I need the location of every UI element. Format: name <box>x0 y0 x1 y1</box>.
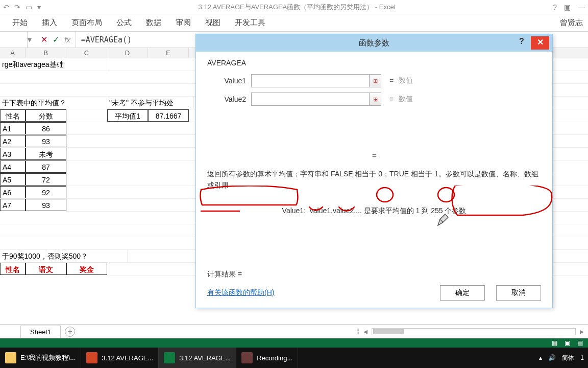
help-icon[interactable]: ? <box>553 3 557 11</box>
cell[interactable]: A4 <box>0 160 26 173</box>
view-normal-icon[interactable]: ▦ <box>552 339 557 347</box>
view-pagebreak-icon[interactable]: ▤ <box>577 339 583 347</box>
arg2-input[interactable] <box>251 93 370 106</box>
dialog-title: 函数参数 <box>359 38 389 48</box>
cancel-icon[interactable]: ✕ <box>41 35 47 44</box>
col-a[interactable]: A <box>0 48 26 58</box>
cell[interactable]: 92 <box>26 186 66 198</box>
powerpoint-icon <box>86 352 97 363</box>
sheet-tab[interactable]: Sheet1 <box>20 326 61 338</box>
col-c[interactable]: C <box>66 48 107 58</box>
arg1-label: Value1 <box>207 77 251 85</box>
taskbar-item-excel[interactable]: 3.12 AVERAGE... <box>159 348 236 368</box>
ime-language[interactable]: 简体 <box>562 354 574 362</box>
arg1-refpicker-icon[interactable] <box>369 74 381 87</box>
scroll-left-icon[interactable]: ◂ <box>363 327 368 336</box>
arg2-preview: 数值 <box>399 95 413 104</box>
cell-text[interactable]: 于下表中的平均值？ <box>0 97 107 109</box>
function-arguments-dialog: 函数参数 ? ✕ AVERAGEA Value1 = 数值 Value2 = 数… <box>195 34 553 308</box>
redo-icon[interactable]: ↷ <box>14 3 20 11</box>
tab-review[interactable]: 审阅 <box>168 15 198 31</box>
th[interactable]: 性名 <box>0 109 26 122</box>
cell[interactable]: A2 <box>0 135 26 147</box>
add-sheet-icon[interactable]: + <box>65 327 75 337</box>
col-b[interactable]: B <box>26 48 66 58</box>
tab-data[interactable]: 数据 <box>139 15 168 31</box>
quick-access-toolbar: ↶ ↷ ▭ ▾ <box>3 3 41 11</box>
user-name[interactable]: 曾贤志 <box>560 18 583 28</box>
col-e[interactable]: E <box>148 48 189 58</box>
cell[interactable]: 93 <box>26 135 66 147</box>
enter-icon[interactable]: ✓ <box>53 35 59 44</box>
volume-icon[interactable]: 🔊 <box>548 354 556 361</box>
namebox-dropdown-icon[interactable]: ▾ <box>28 35 36 44</box>
formula-buttons: ✕ ✓ fx <box>36 32 76 48</box>
function-help-link[interactable]: 有关该函数的帮助(H) <box>207 288 274 297</box>
cell[interactable]: 87 <box>26 160 66 173</box>
clock-time[interactable]: 1 <box>580 354 584 361</box>
arg1-preview: 数值 <box>399 76 413 85</box>
cell-text[interactable]: rge和averagea基础 <box>0 58 107 71</box>
tab-pagelayout[interactable]: 页面布局 <box>64 15 109 31</box>
undo-icon[interactable]: ↶ <box>3 3 9 11</box>
window-title: 3.12 AVERAGE与AVERAGEA函数（平均函数的另类用法） - Exc… <box>41 3 553 12</box>
excel-icon <box>164 352 175 363</box>
th[interactable]: 奖金 <box>66 263 107 275</box>
fx-icon[interactable]: fx <box>64 35 70 44</box>
function-description: 返回所有参数的算术平均值；字符串和 FALSE 相当于 0；TRUE 相当于 1… <box>207 168 541 191</box>
tab-home[interactable]: 开始 <box>5 15 35 31</box>
tab-formulas[interactable]: 公式 <box>109 15 139 31</box>
value1-hint: Value1: value1,value2,... 是要求平均值的 1 到 25… <box>207 206 541 216</box>
th[interactable]: 分数 <box>26 109 66 122</box>
status-bar: ▦ ▣ ▤ <box>0 338 588 348</box>
horizontal-scrollbar[interactable] <box>372 328 576 335</box>
new-file-icon[interactable]: ▭ <box>26 3 32 11</box>
cell-text[interactable]: 于90奖1000，否则奖500？ <box>0 250 128 262</box>
taskbar-item-recorder[interactable]: Recording... <box>236 348 298 368</box>
taskbar-item-powerpoint[interactable]: 3.12 AVERAGE... <box>81 348 159 368</box>
arg2-refpicker-icon[interactable] <box>369 93 381 106</box>
cell[interactable]: 86 <box>26 122 66 134</box>
arg1-input[interactable] <box>251 74 370 87</box>
function-name: AVERAGEA <box>207 59 541 67</box>
folder-icon <box>5 352 16 363</box>
tab-developer[interactable]: 开发工具 <box>228 15 273 31</box>
name-box[interactable] <box>0 32 28 48</box>
tab-insert[interactable]: 插入 <box>35 15 64 31</box>
taskbar-item-explorer[interactable]: E:\我的视频教程\... <box>0 348 81 368</box>
cell-text[interactable]: "未考" 不参与平均处 <box>107 97 194 109</box>
cell[interactable]: 93 <box>26 199 66 211</box>
recorder-icon <box>241 352 253 363</box>
dialog-titlebar[interactable]: 函数参数 ? ✕ <box>196 34 552 52</box>
minimize-icon[interactable]: — <box>578 3 585 11</box>
cell[interactable]: A5 <box>0 173 26 186</box>
result-preview-eq: = <box>207 152 541 160</box>
col-d[interactable]: D <box>107 48 148 58</box>
cancel-button[interactable]: 取消 <box>496 285 541 301</box>
th[interactable]: 性名 <box>0 263 26 275</box>
ribbon-options-icon[interactable]: ▣ <box>564 3 571 11</box>
eq-sign: = <box>389 77 394 85</box>
dialog-close-icon[interactable]: ✕ <box>531 36 549 50</box>
tab-view[interactable]: 视图 <box>198 15 228 31</box>
scroll-handle-icon[interactable]: ⁞ <box>357 327 359 336</box>
ribbon-tabs: 开始 插入 页面布局 公式 数据 审阅 视图 开发工具 曾贤志 <box>0 14 588 32</box>
cell[interactable]: A7 <box>0 199 26 211</box>
tray-up-icon[interactable]: ▴ <box>539 354 542 361</box>
cell[interactable]: 87.1667 <box>148 109 189 122</box>
eq-sign: = <box>389 95 394 103</box>
cell[interactable]: A6 <box>0 186 26 198</box>
scroll-right-icon[interactable]: ▸ <box>580 327 584 336</box>
taskbar: E:\我的视频教程\... 3.12 AVERAGE... 3.12 AVERA… <box>0 348 588 368</box>
dialog-help-icon[interactable]: ? <box>516 37 528 49</box>
cell[interactable]: 未考 <box>26 148 66 160</box>
cell[interactable]: A1 <box>0 122 26 134</box>
ok-button[interactable]: 确定 <box>440 285 485 301</box>
sheet-tabs: Sheet1 + ⁞ ◂ ▸ <box>0 324 588 338</box>
cell[interactable]: 平均值1 <box>107 109 148 122</box>
cell[interactable]: A3 <box>0 148 26 160</box>
th[interactable]: 语文 <box>26 263 66 275</box>
open-icon[interactable]: ▾ <box>37 3 41 11</box>
view-pagelayout-icon[interactable]: ▣ <box>565 339 570 347</box>
cell[interactable]: 72 <box>26 173 66 186</box>
